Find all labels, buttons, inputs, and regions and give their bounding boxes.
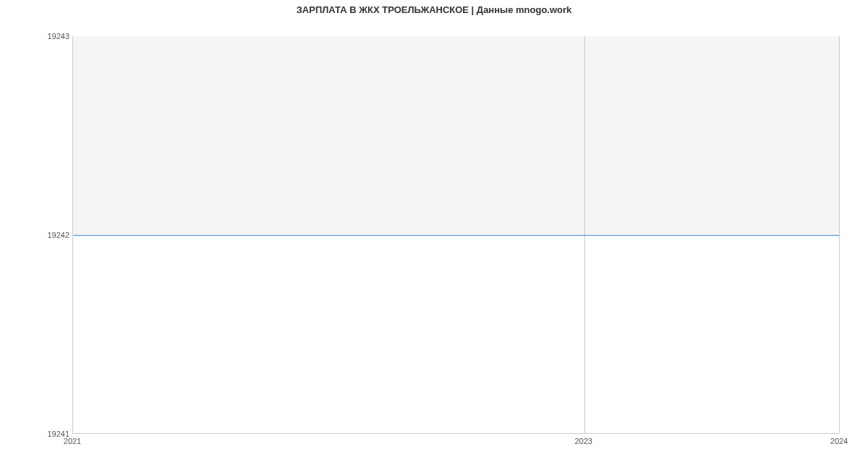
x-tick-2021: 2021 [64,437,81,445]
salary-line [73,235,839,236]
salary-line-chart: ЗАРПЛАТА В ЖКХ ТРОЕЛЬЖАНСКОЕ | Данные mn… [0,0,868,470]
gridline-2024 [839,36,840,433]
shaded-band [73,36,839,235]
y-tick-19242: 19242 [4,231,69,239]
y-tick-19243: 19243 [4,32,69,40]
y-tick-19241: 19241 [4,430,69,438]
x-tick-2023: 2023 [574,437,592,445]
x-tick-2024: 2024 [830,437,848,445]
plot-area [72,36,839,434]
chart-title: ЗАРПЛАТА В ЖКХ ТРОЕЛЬЖАНСКОЕ | Данные mn… [0,4,868,15]
